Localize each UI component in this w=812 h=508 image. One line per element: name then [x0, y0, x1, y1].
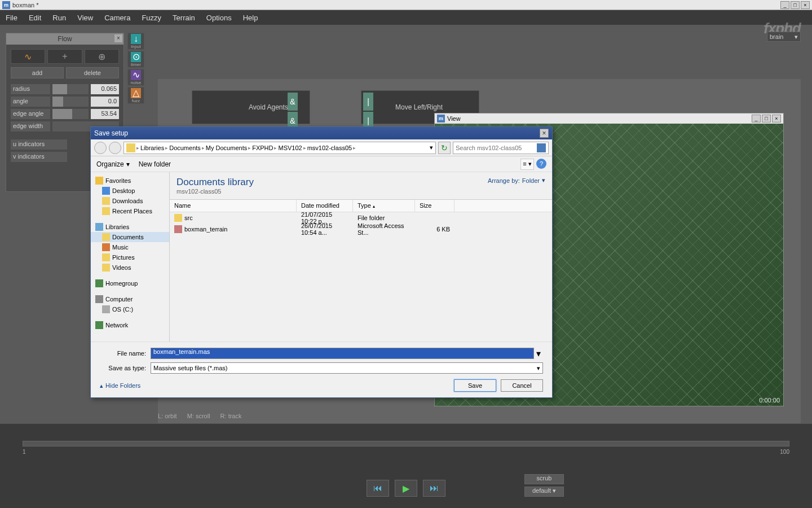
hide-folders-button[interactable]: ▴Hide Folders	[100, 382, 140, 389]
rewind-button[interactable]: ⏮	[367, 480, 389, 497]
breadcrumb[interactable]: ▸Libraries ▸Documents ▸My Documents ▸FXP…	[123, 142, 436, 154]
sidebar-network[interactable]: Network	[91, 320, 169, 330]
param-slider[interactable]	[52, 109, 89, 119]
dialog-close-button[interactable]: ×	[540, 129, 549, 138]
app-titlebar: m boxman * _ □ ×	[0, 0, 812, 10]
node-connector[interactable]: &	[288, 93, 301, 111]
flow-curve-button[interactable]: ∿	[11, 49, 45, 64]
library-icon	[95, 223, 103, 231]
help-button[interactable]: ?	[536, 159, 546, 169]
param-label: radius	[11, 84, 50, 94]
sidebar-computer[interactable]: Computer	[91, 294, 169, 304]
app-icon: m	[2, 1, 10, 9]
save-button[interactable]: Save	[454, 379, 496, 392]
minimize-button[interactable]: _	[780, 1, 789, 9]
col-size[interactable]: Size	[415, 200, 454, 212]
top-dropdown[interactable]: brain▾	[767, 32, 801, 42]
flow-plus-button[interactable]: +	[47, 49, 82, 64]
maximize-button[interactable]: □	[791, 1, 800, 9]
search-input[interactable]	[456, 144, 537, 151]
menu-view[interactable]: View	[77, 14, 93, 22]
folder-icon	[102, 207, 110, 215]
new-folder-button[interactable]: New folder	[139, 160, 171, 168]
library-subtitle: msv102-class05	[176, 188, 254, 195]
file-row[interactable]: boxman_terrain 26/07/2015 10:54 a... Mic…	[170, 224, 552, 235]
search-icon[interactable]	[537, 143, 546, 152]
col-name[interactable]: Name	[170, 200, 297, 212]
default-button[interactable]: default ▾	[524, 487, 564, 497]
param-slider[interactable]	[52, 84, 89, 94]
sidebar-documents[interactable]: Documents	[91, 232, 169, 242]
view-minimize-button[interactable]: _	[752, 115, 761, 122]
tool-timer[interactable]: ⊙timer	[127, 51, 144, 68]
arrow-down-icon: ↓	[131, 34, 141, 44]
tool-input[interactable]: ↓input	[127, 33, 144, 50]
chevron-down-icon[interactable]: ▾	[430, 144, 433, 151]
flow-add-button[interactable]: add	[11, 67, 64, 78]
file-table: Name Date modified Type ▴ Size src 21/07…	[170, 199, 552, 235]
cancel-button[interactable]: Cancel	[501, 379, 543, 392]
sidebar-videos[interactable]: Videos	[91, 262, 169, 273]
sidebar-drive-c[interactable]: OS (C:)	[91, 304, 169, 314]
view-mode-button[interactable]: ≡ ▾	[520, 159, 534, 170]
organize-menu[interactable]: Organize ▾	[96, 160, 130, 168]
sidebar-libraries[interactable]: Libraries	[91, 222, 169, 232]
flow-delete-button[interactable]: delete	[66, 67, 119, 78]
library-title: Documents library	[176, 177, 254, 188]
v-indicators[interactable]: v indicators	[11, 152, 67, 162]
nav-back-button[interactable]	[94, 142, 107, 154]
nav-forward-button[interactable]	[109, 142, 121, 154]
folder-icon	[126, 143, 135, 152]
tool-fuzz[interactable]: △fuzz	[127, 87, 144, 104]
menu-fuzzy[interactable]: Fuzzy	[142, 14, 161, 22]
folder-icon	[102, 233, 110, 241]
menu-run[interactable]: Run	[52, 14, 66, 22]
flow-circle-button[interactable]: ⊕	[85, 49, 119, 64]
menu-terrain[interactable]: Terrain	[173, 14, 195, 22]
folder-icon	[102, 197, 110, 205]
forward-button[interactable]: ⏭	[423, 480, 445, 497]
sidebar-homegroup[interactable]: Homegroup	[91, 278, 169, 288]
close-button[interactable]: ×	[801, 1, 810, 9]
sidebar-favorites[interactable]: Favorites	[91, 176, 169, 186]
dialog-titlebar[interactable]: Save setup ×	[91, 127, 552, 139]
chevron-down-icon: ▾	[542, 177, 545, 184]
param-value[interactable]: 0.065	[91, 84, 119, 94]
save-dialog: Save setup × ▸Libraries ▸Documents ▸My D…	[90, 126, 553, 398]
param-label: angle	[11, 97, 50, 107]
param-slider[interactable]	[52, 97, 89, 107]
saveas-select[interactable]: Massive setup files (*.mas)▾	[151, 362, 543, 374]
menu-help[interactable]: Help	[243, 14, 258, 22]
arrange-by[interactable]: Arrange by: Folder ▾	[488, 177, 545, 184]
search-box[interactable]	[453, 142, 549, 154]
node-connector[interactable]: |	[363, 93, 377, 111]
sidebar-downloads[interactable]: Downloads	[91, 196, 169, 206]
menu-edit[interactable]: Edit	[29, 14, 41, 22]
flow-close-button[interactable]: ×	[114, 34, 122, 42]
menu-file[interactable]: File	[6, 14, 17, 22]
menu-options[interactable]: Options	[206, 14, 232, 22]
play-button[interactable]: ▶	[395, 480, 417, 497]
view-close-button[interactable]: ×	[772, 115, 781, 122]
scrub-button[interactable]: scrub	[524, 474, 564, 484]
param-value[interactable]: 53.54	[91, 109, 119, 119]
drive-icon	[102, 305, 110, 313]
sidebar-pictures[interactable]: Pictures	[91, 252, 169, 262]
param-value[interactable]: 0.0	[91, 97, 119, 107]
sidebar-recent[interactable]: Recent Places	[91, 206, 169, 216]
view-titlebar[interactable]: m View _ □ ×	[435, 113, 783, 124]
sidebar-music[interactable]: Music	[91, 242, 169, 252]
refresh-button[interactable]: ↻	[438, 142, 451, 154]
videos-icon	[102, 264, 110, 271]
col-type[interactable]: Type ▴	[353, 200, 415, 212]
filename-input[interactable]: boxman_terrain.mas	[151, 348, 534, 359]
chevron-down-icon[interactable]: ▾	[534, 348, 543, 359]
tool-noise[interactable]: ∿noise	[127, 69, 144, 86]
timeline[interactable]	[23, 441, 789, 446]
menu-camera[interactable]: Camera	[104, 14, 130, 22]
dialog-toolbar: Organize ▾ New folder ≡ ▾ ?	[91, 156, 552, 172]
sidebar-desktop[interactable]: Desktop	[91, 186, 169, 196]
music-icon	[102, 243, 110, 251]
view-maximize-button[interactable]: □	[762, 115, 771, 122]
u-indicators[interactable]: u indicators	[11, 139, 67, 150]
